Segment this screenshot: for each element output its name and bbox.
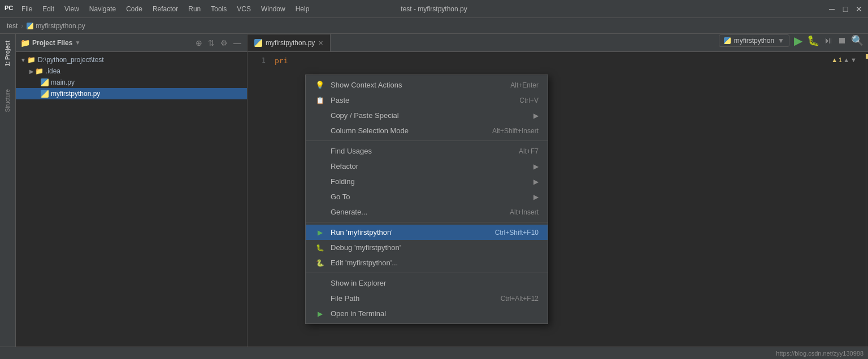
menu-item-tools[interactable]: Tools: [206, 3, 231, 15]
idea-folder-icon: 📁: [35, 67, 44, 75]
menu-item-navigate[interactable]: Navigate: [85, 3, 120, 15]
right-gutter: [866, 52, 868, 359]
ctx-item-columnselectionmode[interactable]: Column Selection ModeAlt+Shift+Insert: [306, 123, 548, 138]
debug-button[interactable]: 🐛: [807, 34, 819, 47]
project-files-label: Project Files: [32, 39, 72, 47]
myfirstpython-label: myfirstpython.py: [51, 90, 100, 98]
add-icon[interactable]: ⊕: [194, 37, 203, 49]
tab-py-icon: [254, 39, 262, 47]
tree-main-py[interactable]: main.py: [16, 77, 247, 88]
idea-folder-label: .idea: [46, 67, 60, 75]
ctx-separator: [306, 273, 548, 273]
ctx-shortcut: Ctrl+Shift+F10: [495, 229, 539, 237]
maximize-button[interactable]: □: [841, 5, 850, 14]
context-menu: 💡Show Context ActionsAlt+Enter📋PasteCtrl…: [305, 75, 548, 324]
warning-nav-up[interactable]: ▲: [843, 56, 849, 63]
ctx-label: Edit 'myfirstpython'...: [331, 259, 398, 267]
warning-nav-down[interactable]: ▼: [850, 56, 857, 63]
ctx-submenu-arrow: ▶: [533, 163, 539, 170]
ctx-item-openinterminal[interactable]: ▶Open in Terminal: [306, 306, 548, 321]
ctx-label: Show in Explorer: [331, 279, 386, 287]
search-button[interactable]: 🔍: [851, 34, 863, 47]
sidebar-structure-label[interactable]: Structure: [5, 89, 11, 112]
menu-item-refactor[interactable]: Refactor: [148, 3, 183, 15]
breadcrumb-sep-1: ›: [21, 22, 23, 30]
run-config-name: myfirstpython: [734, 37, 774, 45]
myfirstpython-icon: [41, 90, 49, 98]
ctx-label: Folding: [331, 177, 355, 186]
tree-idea-folder[interactable]: ▶ 📁 .idea: [16, 65, 247, 77]
ctx-submenu-arrow: ▶: [533, 193, 539, 201]
run-config-dropdown[interactable]: ▼: [778, 37, 784, 45]
editor-tab-myfirstpython[interactable]: myfirstpython.py ✕: [248, 34, 331, 51]
run-config-selector[interactable]: myfirstpython ▼: [719, 34, 789, 47]
app-logo: PC: [5, 5, 14, 14]
breadcrumb-test[interactable]: test: [7, 22, 18, 30]
ctx-item-paste[interactable]: 📋PasteCtrl+V: [306, 93, 548, 108]
root-folder-icon: 📁: [27, 56, 36, 64]
menu-item-view[interactable]: View: [60, 3, 84, 15]
ctx-separator: [306, 222, 548, 222]
tab-filename: myfirstpython.py: [266, 39, 315, 47]
ctx-item-findusages[interactable]: Find UsagesAlt+F7: [306, 143, 548, 159]
ctx-item-editmyfirstpython[interactable]: 🐍Edit 'myfirstpython'...: [306, 255, 548, 270]
file-tree: ▼ 📁 D:\python_project\test ▶ 📁 .idea mai…: [16, 52, 247, 359]
ctx-item-showinexplorer[interactable]: Show in Explorer: [306, 275, 548, 291]
ctx-submenu-arrow: ▶: [533, 178, 539, 186]
ctx-icon: ▶: [315, 310, 325, 318]
title-bar: PC FileEditViewNavigateCodeRefactorRunTo…: [0, 0, 868, 18]
ctx-item-generate[interactable]: Generate...Alt+Insert: [306, 204, 548, 220]
ctx-item-debugmyfirstpython[interactable]: 🐛Debug 'myfirstpython': [306, 240, 548, 255]
ctx-icon: 📋: [315, 97, 325, 104]
tree-myfirstpython-py[interactable]: myfirstpython.py: [16, 88, 247, 99]
run-config-icon: [724, 37, 731, 44]
ctx-item-filepath[interactable]: File PathCtrl+Alt+F12: [306, 291, 548, 306]
menu-item-window[interactable]: Window: [257, 3, 290, 15]
line-number-1: 1: [248, 56, 266, 64]
stop-button[interactable]: ⏹: [837, 36, 847, 46]
code-area[interactable]: pri: [275, 56, 868, 65]
folder-icon: 📁: [20, 38, 30, 47]
profile-button[interactable]: ⏯: [824, 36, 833, 46]
menu-item-run[interactable]: Run: [184, 3, 205, 15]
tree-root[interactable]: ▼ 📁 D:\python_project\test: [16, 54, 247, 65]
close-button[interactable]: ✕: [854, 5, 863, 14]
ctx-label: Paste: [331, 96, 349, 104]
gutter-bar: [866, 52, 868, 359]
menu-item-vcs[interactable]: VCS: [232, 3, 255, 15]
idea-expand-arrow: ▶: [29, 68, 34, 75]
ctx-shortcut: Alt+F7: [519, 147, 539, 155]
project-title: 📁 Project Files ▼: [20, 38, 80, 47]
sidebar-project-label[interactable]: 1: Project: [5, 41, 11, 67]
menu-item-edit[interactable]: Edit: [38, 3, 59, 15]
menu-item-help[interactable]: Help: [291, 3, 314, 15]
layout-icon[interactable]: ⇅: [207, 37, 216, 49]
project-panel: 📁 Project Files ▼ ⊕ ⇅ ⚙ — ▼ 📁 D:\python_…: [16, 34, 248, 359]
minimize-panel-icon[interactable]: —: [232, 37, 242, 49]
breadcrumb-file[interactable]: myfirstpython.py: [27, 22, 85, 30]
ctx-label: Copy / Paste Special: [331, 111, 399, 120]
ctx-label: Refactor: [331, 162, 358, 170]
ctx-item-goto[interactable]: Go To▶: [306, 189, 548, 204]
ctx-item-refactor[interactable]: Refactor▶: [306, 159, 548, 174]
settings-icon[interactable]: ⚙: [219, 37, 229, 49]
project-dropdown-arrow[interactable]: ▼: [75, 40, 80, 46]
ctx-label: File Path: [331, 294, 359, 303]
ctx-shortcut: Ctrl+Alt+F12: [501, 295, 539, 303]
ctx-item-copypastespecial[interactable]: Copy / Paste Special▶: [306, 108, 548, 123]
ctx-item-showcontextactions[interactable]: 💡Show Context ActionsAlt+Enter: [306, 77, 548, 93]
run-button[interactable]: ▶: [794, 34, 802, 47]
ctx-item-folding[interactable]: Folding▶: [306, 174, 548, 189]
status-bar: https://blog.csdn.net/zyy130988: [0, 347, 868, 359]
ctx-label: Open in Terminal: [331, 309, 386, 318]
ctx-label: Show Context Actions: [331, 81, 402, 89]
menu-item-file[interactable]: File: [17, 3, 37, 15]
tab-close-button[interactable]: ✕: [318, 40, 323, 47]
minimize-button[interactable]: ─: [827, 5, 836, 14]
root-path: D:\python_project\test: [38, 56, 104, 64]
ctx-shortcut: Alt+Enter: [510, 81, 539, 89]
ctx-item-runmyfirstpython[interactable]: ▶Run 'myfirstpython'Ctrl+Shift+F10: [306, 225, 548, 240]
ctx-label: Go To: [331, 192, 350, 201]
ctx-label: Column Selection Mode: [331, 126, 409, 135]
menu-item-code[interactable]: Code: [121, 3, 147, 15]
